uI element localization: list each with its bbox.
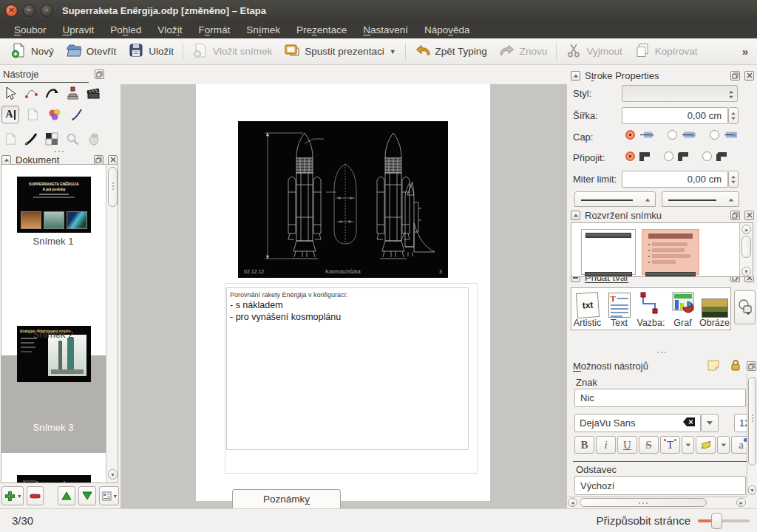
cap-square-radio[interactable] (710, 130, 719, 140)
undo-button[interactable]: Zpět Typing (409, 39, 493, 64)
move-slide-up-button[interactable] (58, 486, 75, 505)
pattern-page-tool[interactable] (1, 130, 19, 148)
animation-tool[interactable] (84, 84, 102, 102)
menu-pohled[interactable]: Pohled (102, 22, 149, 38)
select-tool[interactable] (1, 84, 19, 102)
pan-hand-tool[interactable] (84, 130, 102, 148)
highlight-button[interactable] (696, 436, 716, 454)
menu-upravit[interactable]: Upravit (55, 22, 103, 38)
window-close-button[interactable]: ✕ (5, 4, 18, 17)
clear-font-icon[interactable] (683, 417, 696, 429)
slide-2-label[interactable]: Snímek 2 (1, 329, 105, 340)
path-edit-tool[interactable] (22, 84, 40, 102)
line-end-marker-combobox[interactable] (662, 191, 739, 207)
panel-resize-grip[interactable] (647, 352, 676, 353)
collapse-panel-icon[interactable] (571, 211, 580, 220)
window-minimize-button[interactable]: − (23, 4, 35, 17)
window-maximize-button[interactable]: ▫ (41, 4, 53, 17)
scrollbar-down-button[interactable]: ▾ (741, 267, 751, 276)
tool-options-vscrollbar[interactable]: ▾ (747, 374, 757, 497)
zoom-slider-handle[interactable] (711, 513, 722, 529)
save-button[interactable]: Uložit (122, 39, 180, 64)
notes-canvas[interactable]: 02.12.12 Kosmoschůzka 3 Porovnání rakety… (120, 84, 567, 508)
copy-button[interactable]: Kopírovat (628, 39, 704, 64)
curve-tool[interactable] (43, 84, 61, 102)
scrollbar-down-button[interactable]: ▾ (108, 469, 118, 480)
font-dropdown-button[interactable] (701, 414, 719, 432)
character-style-combobox[interactable]: Nic (574, 389, 746, 407)
menu-vlozit[interactable]: Vložit (149, 22, 190, 38)
zoom-mode-label[interactable]: Přizpůsobit stránce (596, 514, 690, 527)
chart-shape[interactable]: Graf (668, 290, 698, 328)
pen-tool[interactable] (68, 106, 86, 123)
scrollbar-up-button[interactable]: ▴ (741, 225, 751, 234)
slide-1-label[interactable]: Snímek 1 (1, 236, 105, 247)
slide-3-label[interactable]: Snímek 3 (1, 422, 105, 433)
menu-snimek[interactable]: Snímek (238, 22, 288, 38)
menu-format[interactable]: Formát (190, 22, 238, 38)
strikethrough-button[interactable]: S (639, 436, 659, 454)
text-tool[interactable]: A (1, 106, 19, 123)
close-panel-icon[interactable] (744, 277, 754, 282)
scrollbar-thumb[interactable] (108, 167, 118, 207)
layout-scrollbar[interactable]: ▴ ▾ (739, 223, 753, 277)
close-panel-icon[interactable] (744, 71, 754, 81)
thumbnail-options-button[interactable]: ▾ (99, 486, 119, 505)
stamp-tool[interactable] (64, 84, 81, 102)
highlight-dropdown[interactable] (717, 436, 730, 454)
menu-napoveda[interactable]: Nápověda (416, 22, 478, 38)
zoom-tool[interactable] (64, 130, 81, 148)
layout-title-content[interactable] (642, 229, 699, 275)
redo-button[interactable]: Znovu (493, 39, 554, 64)
color-tool[interactable] (46, 106, 64, 123)
italic-button[interactable]: i (596, 436, 616, 454)
join-round-radio[interactable] (664, 151, 673, 161)
notes-page[interactable]: 02.12.12 Kosmoschůzka 3 Porovnání rakety… (196, 84, 490, 501)
connection-shape[interactable]: Vazba: (636, 290, 666, 328)
font-color-dropdown[interactable] (682, 436, 694, 454)
slide-1-thumbnail[interactable]: SUPPERRAKETA ENĚRGIJA A její podoby (17, 177, 91, 233)
calligraphy-tool[interactable] (22, 130, 40, 148)
text-shape[interactable]: T Text (604, 293, 634, 328)
open-button[interactable]: Otevřít (60, 39, 123, 64)
menu-nastaveni[interactable]: Nastavení (355, 22, 416, 38)
page-layout-tool[interactable] (24, 106, 41, 123)
new-button[interactable]: Nový (4, 39, 60, 64)
toolbar-overflow-button[interactable]: » (742, 45, 753, 58)
sticky-note-icon[interactable] (707, 359, 720, 373)
pattern-edit-tool[interactable] (43, 130, 61, 148)
slide-preview-image[interactable]: 02.12.12 Kosmoschůzka 3 (238, 121, 448, 278)
scrollbar-down-button[interactable]: ▾ (748, 485, 756, 495)
miter-limit-input[interactable]: 0,00 cm (622, 171, 728, 188)
insert-slide-button[interactable]: Vložit snímek (186, 39, 278, 64)
close-panel-icon[interactable] (108, 155, 118, 165)
join-miter-radio[interactable] (625, 151, 635, 161)
thumbnail-scrollbar[interactable]: ▾ (106, 165, 118, 482)
cut-button[interactable]: Vyjmout (560, 39, 628, 64)
add-slide-button[interactable]: ▾ (1, 486, 24, 505)
paragraph-style-combobox[interactable]: Výchozí (574, 476, 746, 495)
more-shapes-button[interactable] (734, 290, 756, 324)
layout-title-only[interactable] (581, 229, 636, 275)
miter-limit-spinner[interactable] (728, 171, 739, 188)
cap-butt-radio[interactable] (625, 130, 635, 140)
tool-options-hscrollbar[interactable]: ◂ ▸ (567, 497, 747, 508)
float-panel-icon[interactable] (730, 277, 740, 282)
float-panel-icon[interactable] (94, 155, 103, 165)
collapse-panel-icon[interactable] (571, 277, 580, 282)
collapse-panel-icon[interactable] (571, 71, 580, 81)
underline-button[interactable]: U (617, 436, 637, 454)
move-slide-down-button[interactable] (78, 486, 96, 505)
font-family-input[interactable]: DejaVu Sans (574, 414, 701, 432)
lock-icon[interactable] (730, 359, 741, 373)
join-bevel-radio[interactable] (702, 151, 712, 161)
slide-3-thumbnail[interactable] (17, 475, 91, 483)
artistic-text-shape[interactable]: txt Artistic (572, 293, 602, 328)
notes-text-box[interactable]: Porovnání rakety Enërgija v konfiguraci:… (226, 287, 469, 450)
cap-round-radio[interactable] (668, 130, 677, 140)
stroke-style-combobox[interactable] (622, 85, 738, 102)
menu-soubor[interactable]: Soubor (6, 22, 55, 38)
close-panel-icon[interactable] (744, 211, 754, 220)
collapse-panel-icon[interactable] (1, 155, 11, 165)
panel-resize-grip[interactable] (44, 151, 74, 152)
